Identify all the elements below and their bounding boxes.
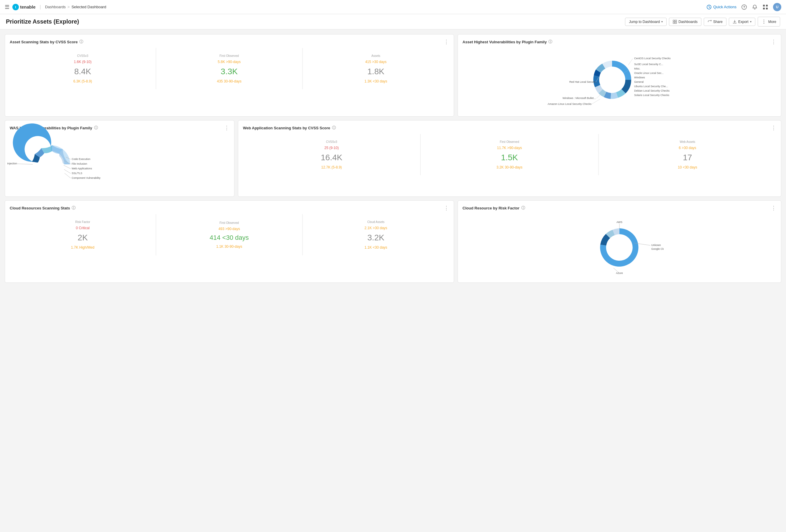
card-was-vuln: WAS Highest Vulnerabilities by Plugin Fa… [5, 120, 234, 197]
info-icon-asset-vuln[interactable]: ⓘ [548, 39, 552, 45]
web-cvss-label: CVSSv3 [326, 140, 337, 143]
dashboard-row-2: WAS Highest Vulnerabilities by Plugin Fa… [5, 120, 781, 197]
breadcrumb-parent[interactable]: Dashboards [45, 5, 66, 9]
svg-text:SSL/TLS: SSL/TLS [72, 172, 82, 175]
info-icon-cloud-risk[interactable]: ⓘ [521, 205, 525, 211]
breadcrumb-current: Selected Dashboard [71, 5, 106, 9]
jump-to-dashboard-label: Jump to Dashboard [629, 20, 660, 24]
svg-text:Code Execution: Code Execution [72, 158, 91, 161]
cvss-stat-cell: CVSSv3 1.6K (9-10) 8.4K 6.3K (5-8.9) [10, 48, 156, 89]
was-vuln-donut-svg: Injection Code Execution File Inclusion … [13, 137, 95, 189]
card-title-asset-scanning: Asset Scanning Stats by CVSS Score ⓘ [10, 39, 83, 45]
card-menu-was-vuln[interactable]: ⋮ [224, 125, 229, 130]
card-header-cloud-scanning: Cloud Resources Scanning Stats ⓘ ⋮ [10, 205, 449, 211]
card-menu-cloud-risk[interactable]: ⋮ [771, 205, 776, 211]
card-header-cloud-risk: Cloud Resource by Risk Factor ⓘ ⋮ [463, 205, 776, 211]
cloud-risk-cell: Risk Factor 0 Critical 2K 1.7K High/Med [10, 214, 156, 256]
notifications-icon[interactable] [752, 4, 758, 10]
svg-text:Debian Local Security Checks: Debian Local Security Checks [634, 89, 670, 92]
dashboards-icon [673, 20, 677, 24]
web-first-obs-bottom: 3.2K 30-90-days [496, 165, 523, 169]
web-assets-bottom: 10 <30 days [678, 165, 697, 169]
quick-actions-button[interactable]: Quick Actions [707, 5, 737, 9]
dashboards-button[interactable]: Dashboards [669, 18, 701, 26]
help-icon[interactable]: ? [741, 4, 747, 10]
svg-text:Unkown: Unkown [651, 244, 661, 246]
assets-bottom-value: 1.3K <30 days [364, 79, 387, 83]
card-menu-web-scanning[interactable]: ⋮ [771, 125, 776, 130]
cvss-col-label: CVSSv3 [77, 54, 89, 57]
share-icon [708, 20, 712, 24]
cloud-assets-cell: Cloud Assets 2.1K >30 days 3.2K 1.1K <30… [303, 214, 449, 256]
svg-text:Solaris Local Security Checks: Solaris Local Security Checks [634, 94, 670, 97]
export-chevron-icon: ▾ [750, 20, 752, 23]
info-icon-asset-scanning[interactable]: ⓘ [79, 39, 83, 45]
user-avatar[interactable]: U [773, 3, 781, 11]
svg-text:Misc.: Misc. [634, 67, 640, 70]
cloud-first-obs-top: 493 >90-days [218, 227, 240, 231]
svg-text:AWS: AWS [617, 221, 622, 223]
svg-text:?: ? [743, 5, 745, 9]
svg-text:Web Applications: Web Applications [72, 167, 92, 170]
card-title-asset-vuln: Asset Highest Vulnerabilities by Plugin … [463, 39, 553, 45]
web-cvss-bottom: 12.7K (5-8.9) [321, 165, 342, 169]
first-obs-bottom-value: 435 30-90-days [217, 79, 241, 83]
chevron-down-icon: ▾ [661, 20, 663, 23]
first-obs-col-label: First Observed [219, 54, 239, 57]
info-icon-cloud-scanning[interactable]: ⓘ [72, 205, 75, 211]
cloud-scanning-stats: Risk Factor 0 Critical 2K 1.7K High/Med … [10, 214, 449, 256]
nav-left: ☰ t tenable | Dashboards > Selected Dash… [5, 4, 106, 10]
main-content: Asset Scanning Stats by CVSS Score ⓘ ⋮ C… [0, 29, 786, 288]
web-first-obs-top: 11.7K >90-days [497, 146, 522, 150]
svg-point-13 [600, 68, 624, 92]
svg-rect-5 [763, 5, 765, 6]
svg-text:Windows: Windows [634, 76, 645, 79]
svg-line-28 [592, 99, 600, 104]
svg-text:File Inclusion: File Inclusion [72, 162, 87, 165]
web-first-obs-main: 1.5K [501, 153, 518, 162]
card-header-web-scanning: Web Application Scanning Stats by CVSS S… [243, 125, 776, 130]
cloud-first-obs-label: First Observed [219, 221, 239, 224]
card-menu-asset-vuln[interactable]: ⋮ [771, 39, 776, 45]
cloud-first-obs-bottom: 1.1K 30-90-days [216, 244, 242, 249]
hamburger-menu-icon[interactable]: ☰ [5, 4, 9, 10]
breadcrumb-separator: > [68, 5, 70, 9]
cloud-assets-main: 3.2K [367, 233, 385, 242]
web-first-obs-cell: First Observed 11.7K >90-days 1.5K 3.2K … [421, 134, 598, 175]
cloud-first-obs-cell: First Observed 493 >90-days 414 <30 days… [156, 214, 302, 256]
cloud-risk-main: 2K [77, 233, 88, 242]
web-scanning-stats: CVSSv3 25 (9-10) 16.4K 12.7K (5-8.9) Fir… [243, 134, 776, 175]
svg-rect-10 [675, 20, 677, 22]
svg-line-40 [64, 165, 71, 169]
jump-to-dashboard-button[interactable]: Jump to Dashboard ▾ [625, 18, 667, 26]
svg-line-27 [596, 94, 601, 98]
share-button[interactable]: Share [704, 18, 726, 26]
tenable-logo: t tenable [13, 4, 36, 10]
more-button[interactable]: ⋮ More [758, 17, 780, 26]
cvss-bottom-value: 6.3K (5-8.9) [73, 79, 92, 83]
svg-text:General: General [634, 80, 644, 83]
svg-rect-7 [763, 8, 765, 9]
card-web-scanning: Web Application Scanning Stats by CVSS S… [238, 120, 781, 197]
info-icon-was-vuln[interactable]: ⓘ [94, 125, 98, 130]
apps-grid-icon[interactable] [762, 4, 768, 10]
breadcrumb: Dashboards > Selected Dashboard [45, 5, 107, 9]
nav-right: Quick Actions ? U [707, 3, 781, 11]
svg-rect-8 [766, 8, 768, 9]
svg-point-30 [39, 152, 63, 176]
clock-icon [707, 5, 711, 9]
card-menu-asset-scanning[interactable]: ⋮ [444, 39, 449, 45]
dashboard-row-3: Cloud Resources Scanning Stats ⓘ ⋮ Risk … [5, 200, 781, 283]
web-cvss-main: 16.4K [321, 153, 342, 162]
tenable-brand-text: tenable [20, 4, 36, 9]
more-dots-icon: ⋮ [762, 19, 767, 24]
sub-nav-actions: Jump to Dashboard ▾ Dashboards Share [625, 17, 780, 26]
share-label: Share [713, 20, 723, 24]
svg-rect-11 [673, 22, 674, 24]
web-cvss-top: 25 (9-10) [324, 146, 339, 150]
info-icon-web-scanning[interactable]: ⓘ [332, 125, 336, 130]
card-menu-cloud-scanning[interactable]: ⋮ [444, 205, 449, 211]
svg-text:Google Cloud: Google Cloud [651, 247, 664, 250]
assets-col-label: Assets [371, 54, 380, 57]
export-button[interactable]: Export ▾ [729, 18, 755, 26]
